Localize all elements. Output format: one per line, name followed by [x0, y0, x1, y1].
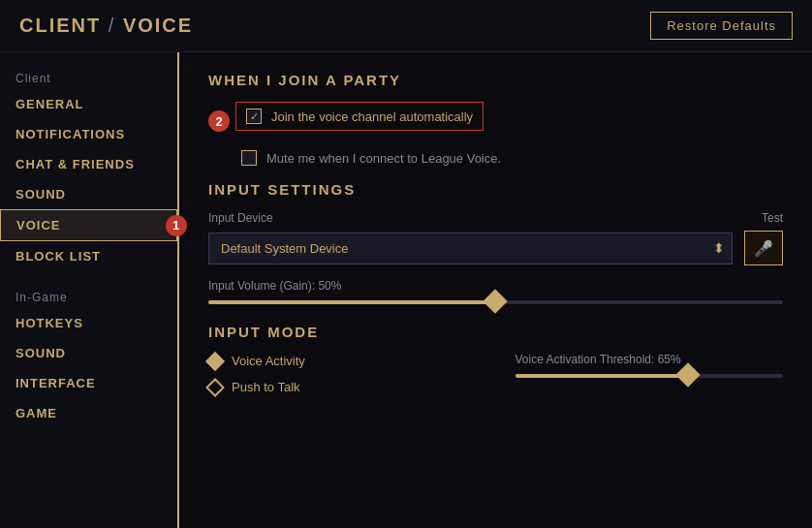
layout: Client GENERAL NOTIFICATIONS CHAT & FRIE… — [0, 52, 812, 528]
voice-activity-icon — [205, 352, 225, 371]
input-settings-heading: INPUT SETTINGS — [208, 181, 783, 198]
sidebar-item-chat-friends[interactable]: CHAT & FRIENDS — [0, 149, 177, 179]
volume-thumb[interactable] — [486, 293, 506, 312]
auto-join-checkbox-row[interactable]: Join the voice channel automatically — [235, 102, 484, 131]
input-device-label: Input Device — [208, 211, 273, 225]
restore-defaults-button[interactable]: Restore Defaults — [650, 12, 793, 40]
device-select[interactable]: Default System Device — [208, 233, 733, 264]
input-device-row-labels: Input Device Test — [208, 211, 783, 225]
auto-join-checkbox[interactable] — [246, 109, 262, 124]
mute-checkbox[interactable] — [241, 150, 257, 166]
sidebar: Client GENERAL NOTIFICATIONS CHAT & FRIE… — [0, 52, 179, 528]
threshold-slider[interactable] — [515, 374, 784, 378]
sidebar-item-general[interactable]: GENERAL — [0, 89, 177, 119]
main-content: WHEN I JOIN A PARTY 2 Join the voice cha… — [179, 52, 812, 528]
mute-checkbox-row[interactable]: Mute me when I connect to League Voice. — [208, 150, 783, 166]
sidebar-item-game[interactable]: GAME — [0, 398, 177, 428]
party-section-heading: WHEN I JOIN A PARTY — [208, 72, 783, 88]
sidebar-item-sound[interactable]: SOUND — [0, 179, 177, 209]
title-voice: VOICE — [123, 15, 193, 36]
threshold-label: Voice Activation Threshold: 65% — [515, 353, 784, 366]
input-mode-heading: INPUT MODE — [208, 324, 477, 340]
input-mode-right: Voice Activation Threshold: 65% — [515, 324, 784, 406]
device-select-wrapper[interactable]: Default System Device ⬍ — [208, 233, 733, 264]
sidebar-item-sound-ingame[interactable]: SOUND — [0, 338, 177, 368]
threshold-fill — [515, 374, 690, 378]
sidebar-item-hotkeys[interactable]: HOTKEYS — [0, 308, 177, 338]
threshold-thumb[interactable] — [679, 366, 699, 386]
badge-2: 2 — [208, 110, 230, 132]
page-title: CLIENT / VOICE — [19, 15, 193, 37]
badge-1: 1 — [166, 215, 187, 236]
push-to-talk-label: Push to Talk — [232, 380, 300, 394]
input-mode-left: INPUT MODE Voice Activity Push to Talk — [208, 324, 477, 406]
push-to-talk-icon — [205, 378, 225, 397]
push-to-talk-radio[interactable]: Push to Talk — [208, 380, 477, 394]
volume-fill — [208, 300, 496, 304]
microphone-icon: 🎤 — [754, 239, 773, 258]
input-device-row: Default System Device ⬍ 🎤 — [208, 231, 783, 265]
ingame-section-label: In-Game — [0, 281, 177, 308]
sidebar-item-block-list[interactable]: BLOCK LIST — [0, 241, 177, 271]
threshold-thumb-icon — [675, 362, 700, 387]
input-mode-section: INPUT MODE Voice Activity Push to Talk V… — [208, 324, 783, 406]
client-section-label: Client — [0, 62, 177, 89]
volume-slider[interactable] — [208, 300, 783, 304]
sidebar-item-voice[interactable]: VOICE 1 — [0, 209, 177, 241]
title-slash: / — [109, 15, 123, 36]
sidebar-item-notifications[interactable]: NOTIFICATIONS — [0, 119, 177, 149]
sidebar-item-interface[interactable]: INTERFACE — [0, 368, 177, 398]
test-microphone-button[interactable]: 🎤 — [744, 231, 783, 265]
test-label: Test — [762, 211, 783, 225]
title-client: CLIENT — [19, 15, 101, 36]
header: CLIENT / VOICE Restore Defaults — [0, 0, 812, 52]
voice-activity-label: Voice Activity — [232, 354, 305, 368]
voice-activity-radio[interactable]: Voice Activity — [208, 354, 477, 368]
diamond-thumb-icon — [483, 289, 507, 313]
auto-join-label: Join the voice channel automatically — [271, 109, 473, 124]
mute-label: Mute me when I connect to League Voice. — [266, 151, 501, 166]
